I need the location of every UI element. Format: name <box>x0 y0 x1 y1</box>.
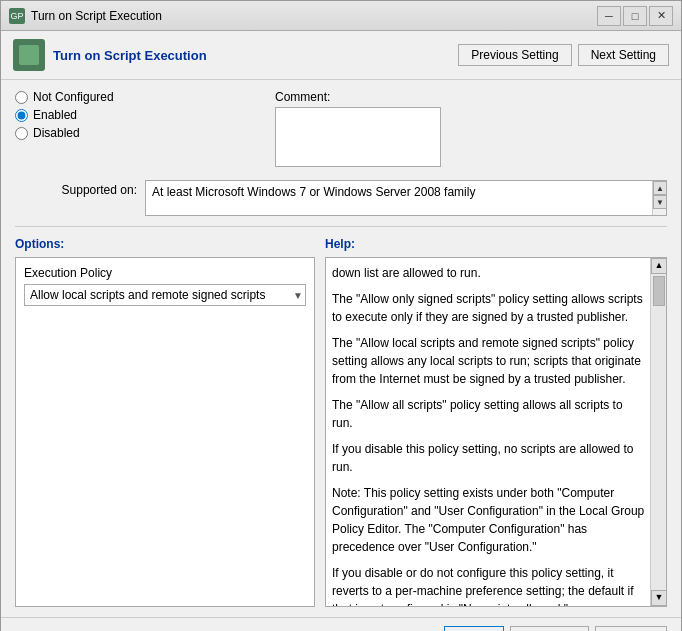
previous-setting-button[interactable]: Previous Setting <box>458 44 571 66</box>
header-title: Turn on Script Execution <box>53 48 207 63</box>
not-configured-option[interactable]: Not Configured <box>15 90 145 104</box>
ok-button[interactable]: OK <box>444 626 504 631</box>
main-window: GP Turn on Script Execution ─ □ ✕ Turn o… <box>0 0 682 631</box>
options-column: Options: Execution Policy Allow all scri… <box>15 237 315 607</box>
not-configured-label: Not Configured <box>33 90 114 104</box>
minimize-button[interactable]: ─ <box>597 6 621 26</box>
top-section: Not Configured Enabled Disabled Comment: <box>15 90 667 170</box>
disabled-option[interactable]: Disabled <box>15 126 145 140</box>
enabled-label: Enabled <box>33 108 77 122</box>
not-configured-radio[interactable] <box>15 91 28 104</box>
help-scroll-thumb <box>653 276 665 306</box>
options-box: Execution Policy Allow all scripts Allow… <box>15 257 315 607</box>
help-scrollbar: ▲ ▼ <box>650 258 666 606</box>
header-left: Turn on Script Execution <box>13 39 207 71</box>
maximize-button[interactable]: □ <box>623 6 647 26</box>
title-controls: ─ □ ✕ <box>597 6 673 26</box>
title-bar: GP Turn on Script Execution ─ □ ✕ <box>1 1 681 31</box>
help-scroll-up-arrow[interactable]: ▲ <box>651 258 667 274</box>
help-p4: The "Allow all scripts" policy setting a… <box>332 396 646 432</box>
window-icon: GP <box>9 8 25 24</box>
radio-group: Not Configured Enabled Disabled <box>15 90 145 170</box>
header-bar: Turn on Script Execution Previous Settin… <box>1 31 681 80</box>
help-p2: The "Allow only signed scripts" policy s… <box>332 290 646 326</box>
supported-value: At least Microsoft Windows 7 or Windows … <box>152 185 475 199</box>
main-content: Not Configured Enabled Disabled Comment:… <box>1 80 681 617</box>
close-button[interactable]: ✕ <box>649 6 673 26</box>
footer: OK Cancel Apply <box>1 617 681 631</box>
help-scroll-track <box>651 274 666 590</box>
supported-scrollbar: ▲ ▼ <box>652 181 666 215</box>
divider <box>15 226 667 227</box>
comment-section: Comment: <box>275 90 441 170</box>
comment-textarea[interactable] <box>275 107 441 167</box>
disabled-label: Disabled <box>33 126 80 140</box>
supported-label: Supported on: <box>15 180 145 197</box>
help-column: Help: down list are allowed to run. The … <box>325 237 667 607</box>
window-title: Turn on Script Execution <box>31 9 162 23</box>
next-setting-button[interactable]: Next Setting <box>578 44 669 66</box>
help-p6: Note: This policy setting exists under b… <box>332 484 646 556</box>
enabled-radio[interactable] <box>15 109 28 122</box>
help-p3: The "Allow local scripts and remote sign… <box>332 334 646 388</box>
help-p7: If you disable or do not configure this … <box>332 564 646 607</box>
header-icon-inner <box>19 45 39 65</box>
help-box: down list are allowed to run. The "Allow… <box>325 257 667 607</box>
help-label: Help: <box>325 237 667 251</box>
supported-scroll-up[interactable]: ▲ <box>653 181 667 195</box>
supported-scroll-down[interactable]: ▼ <box>653 195 667 209</box>
header-icon <box>13 39 45 71</box>
enabled-option[interactable]: Enabled <box>15 108 145 122</box>
supported-box: At least Microsoft Windows 7 or Windows … <box>145 180 667 216</box>
apply-button[interactable]: Apply <box>595 626 667 631</box>
help-p5: If you disable this policy setting, no s… <box>332 440 646 476</box>
execution-policy-select[interactable]: Allow all scripts Allow local scripts an… <box>24 284 306 306</box>
two-col-section: Options: Execution Policy Allow all scri… <box>15 237 667 607</box>
supported-row: Supported on: At least Microsoft Windows… <box>15 180 667 216</box>
title-bar-left: GP Turn on Script Execution <box>9 8 162 24</box>
help-p1: down list are allowed to run. <box>332 264 646 282</box>
disabled-radio[interactable] <box>15 127 28 140</box>
help-scroll-down-arrow[interactable]: ▼ <box>651 590 667 606</box>
execution-policy-wrapper: Allow all scripts Allow local scripts an… <box>24 284 306 306</box>
cancel-button[interactable]: Cancel <box>510 626 589 631</box>
comment-label: Comment: <box>275 90 441 104</box>
header-buttons: Previous Setting Next Setting <box>458 44 669 66</box>
options-label: Options: <box>15 237 315 251</box>
execution-policy-label: Execution Policy <box>24 266 306 280</box>
